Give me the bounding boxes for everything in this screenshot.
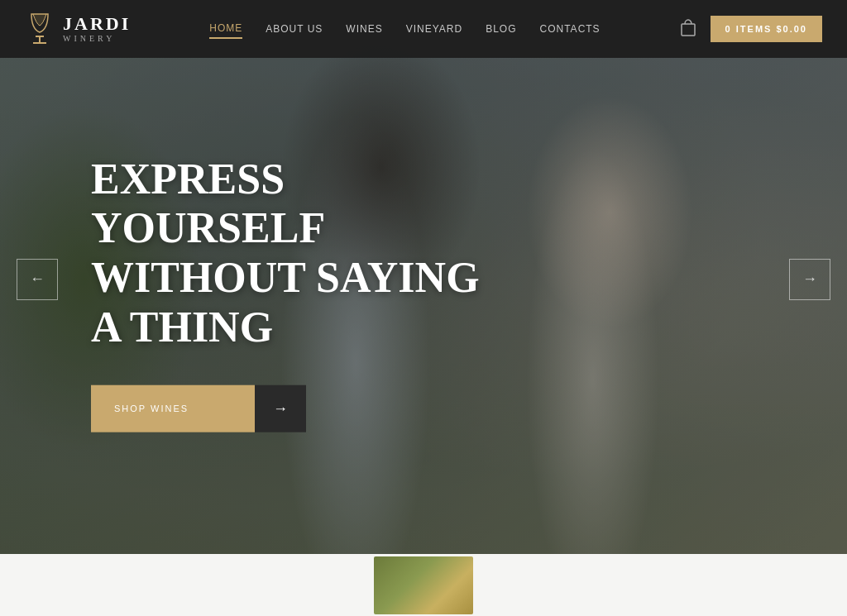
nav-contacts[interactable]: CONTACTS [540, 20, 601, 38]
shop-button-arrow[interactable]: → [255, 384, 306, 432]
left-arrow-icon: ← [30, 270, 45, 288]
hero-content: EXPRESS YOURSELF WITHOUT SAYING A THING … [91, 154, 521, 432]
hero-title-line2: WITHOUT SAYING [91, 254, 480, 301]
cart-button[interactable]: 0 ITEMS $0.00 [711, 16, 822, 42]
logo-icon [25, 11, 55, 47]
nav-vineyard[interactable]: VINEYARD [406, 20, 462, 38]
svg-rect-0 [36, 36, 44, 37]
svg-rect-2 [39, 37, 41, 44]
right-arrow-icon: → [802, 270, 817, 288]
nav-home[interactable]: HOME [209, 19, 242, 39]
svg-rect-3 [682, 24, 695, 36]
logo-text: JARDI WINERY [63, 15, 131, 43]
hero-next-arrow[interactable]: → [789, 259, 830, 300]
logo-subtitle: WINERY [63, 35, 131, 43]
cart-icon-wrap[interactable] [679, 17, 697, 41]
shop-button-wrap[interactable]: SHOP WINES → [91, 384, 306, 432]
hero-prev-arrow[interactable]: ← [17, 259, 58, 300]
nav-wines[interactable]: WINES [346, 20, 382, 38]
nav-about[interactable]: ABOUT US [266, 20, 323, 38]
nav-blog[interactable]: BLOG [486, 20, 516, 38]
cart-icon [679, 17, 697, 37]
hero-title: EXPRESS YOURSELF WITHOUT SAYING A THING [91, 154, 521, 351]
hero-section: EXPRESS YOURSELF WITHOUT SAYING A THING … [0, 0, 847, 558]
hero-title-line3: A THING [91, 303, 273, 351]
site-header: JARDI WINERY HOME ABOUT US WINES VINEYAR… [0, 0, 847, 58]
main-nav: HOME ABOUT US WINES VINEYARD BLOG CONTAC… [209, 19, 600, 39]
shop-button-label[interactable]: SHOP WINES [91, 384, 255, 432]
bottom-thumbnail [374, 556, 473, 614]
hero-title-line1: EXPRESS YOURSELF [91, 155, 325, 251]
logo-name: JARDI [63, 15, 131, 33]
header-right: 0 ITEMS $0.00 [679, 16, 822, 42]
logo[interactable]: JARDI WINERY [25, 11, 131, 47]
bottom-section [0, 554, 847, 616]
